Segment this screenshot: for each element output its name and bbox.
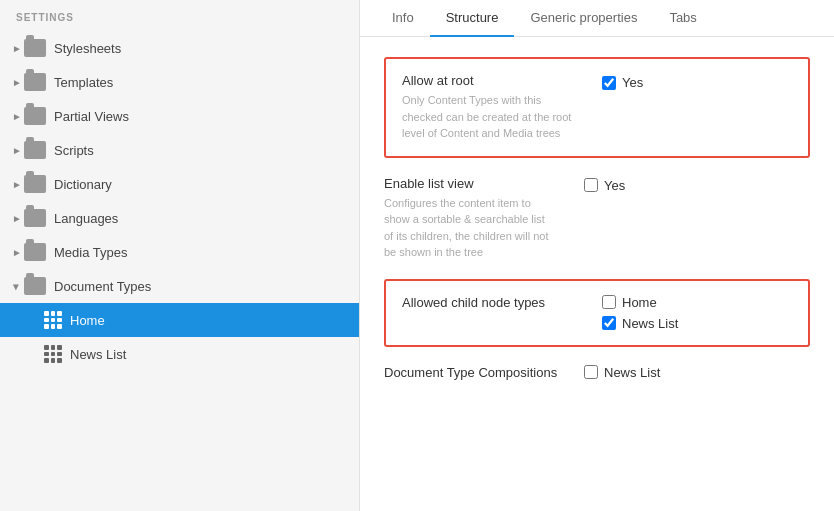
allowed-child-nodes-section: Allowed child node types Home News List	[384, 279, 810, 347]
child-news-list-checkbox[interactable]	[602, 316, 616, 330]
grid-icon	[44, 311, 62, 329]
folder-icon	[24, 73, 46, 91]
sidebar-item-label: Media Types	[54, 245, 127, 260]
composition-news-list-checkbox[interactable]	[584, 365, 598, 379]
doc-type-compositions-section: Document Type Compositions News List	[384, 365, 810, 384]
arrow-icon: ►	[12, 43, 20, 54]
sidebar-item-label: Dictionary	[54, 177, 112, 192]
folder-icon	[24, 243, 46, 261]
arrow-icon: ►	[12, 145, 20, 156]
tab-info[interactable]: Info	[376, 0, 430, 37]
enable-list-view-desc: Configures the content item to show a so…	[384, 195, 554, 261]
folder-icon	[24, 107, 46, 125]
sidebar-item-label: Scripts	[54, 143, 94, 158]
child-news-list-label: News List	[622, 316, 678, 331]
tab-structure[interactable]: Structure	[430, 0, 515, 37]
child-node-news-list: News List	[602, 316, 678, 331]
allowed-child-nodes-controls: Home News List	[602, 295, 678, 331]
sidebar-item-label: Document Types	[54, 279, 151, 294]
composition-news-list: News List	[584, 365, 660, 380]
structure-content: Allow at root Only Content Types with th…	[360, 37, 834, 511]
folder-icon	[24, 141, 46, 159]
folder-icon	[24, 277, 46, 295]
arrow-icon: ►	[12, 179, 20, 190]
allow-at-root-label-col: Allow at root Only Content Types with th…	[402, 73, 602, 142]
arrow-icon: ►	[12, 247, 20, 258]
main-panel: Info Structure Generic properties Tabs A…	[360, 0, 834, 511]
sidebar-item-media-types[interactable]: ► Media Types	[0, 235, 359, 269]
tab-generic-properties[interactable]: Generic properties	[514, 0, 653, 37]
sidebar-item-document-types[interactable]: ► Document Types	[0, 269, 359, 303]
settings-label: SETTINGS	[0, 0, 359, 31]
folder-icon	[24, 175, 46, 193]
sidebar-item-templates[interactable]: ► Templates	[0, 65, 359, 99]
sidebar: SETTINGS ► Stylesheets ► Templates ► Par…	[0, 0, 360, 511]
enable-list-view-label-col: Enable list view Configures the content …	[384, 176, 584, 261]
sidebar-item-label: Languages	[54, 211, 118, 226]
arrow-icon: ►	[11, 282, 22, 290]
allow-at-root-desc: Only Content Types with this checked can…	[402, 92, 572, 142]
allow-at-root-row: Allow at root Only Content Types with th…	[402, 73, 792, 142]
sidebar-item-languages[interactable]: ► Languages	[0, 201, 359, 235]
doc-type-compositions-label-col: Document Type Compositions	[384, 365, 584, 384]
enable-list-view-checkbox[interactable]	[584, 178, 598, 192]
sidebar-item-label: Partial Views	[54, 109, 129, 124]
folder-icon	[24, 209, 46, 227]
grid-icon	[44, 345, 62, 363]
sidebar-item-home[interactable]: Home	[0, 303, 359, 337]
arrow-icon: ►	[12, 77, 20, 88]
composition-news-list-label: News List	[604, 365, 660, 380]
arrow-icon: ►	[12, 213, 20, 224]
sidebar-item-news-list[interactable]: News List	[0, 337, 359, 371]
allowed-child-nodes-row: Allowed child node types Home News List	[402, 295, 792, 331]
enable-list-view-control: Yes	[584, 176, 625, 193]
child-home-label: Home	[622, 295, 657, 310]
sidebar-item-label: Stylesheets	[54, 41, 121, 56]
doc-type-compositions-row: Document Type Compositions News List	[384, 365, 810, 384]
enable-list-view-section: Enable list view Configures the content …	[384, 176, 810, 261]
allow-at-root-option-label: Yes	[622, 75, 643, 90]
sidebar-item-label: Templates	[54, 75, 113, 90]
sidebar-item-scripts[interactable]: ► Scripts	[0, 133, 359, 167]
child-home-checkbox[interactable]	[602, 295, 616, 309]
tab-tabs[interactable]: Tabs	[653, 0, 712, 37]
child-node-home: Home	[602, 295, 678, 310]
doc-type-compositions-label: Document Type Compositions	[384, 365, 584, 380]
tab-bar: Info Structure Generic properties Tabs	[360, 0, 834, 37]
allow-at-root-checkbox[interactable]	[602, 76, 616, 90]
allow-at-root-control: Yes	[602, 73, 643, 90]
sidebar-item-stylesheets[interactable]: ► Stylesheets	[0, 31, 359, 65]
doc-type-compositions-controls: News List	[584, 365, 660, 380]
allowed-child-nodes-label-col: Allowed child node types	[402, 295, 602, 314]
folder-icon	[24, 39, 46, 57]
enable-list-view-row: Enable list view Configures the content …	[384, 176, 810, 261]
arrow-icon: ►	[12, 111, 20, 122]
enable-list-view-option-label: Yes	[604, 178, 625, 193]
sidebar-item-dictionary[interactable]: ► Dictionary	[0, 167, 359, 201]
sidebar-item-label: News List	[70, 347, 126, 362]
allow-at-root-section: Allow at root Only Content Types with th…	[384, 57, 810, 158]
allow-at-root-label: Allow at root	[402, 73, 602, 88]
sidebar-item-label: Home	[70, 313, 105, 328]
sidebar-item-partial-views[interactable]: ► Partial Views	[0, 99, 359, 133]
enable-list-view-label: Enable list view	[384, 176, 584, 191]
allowed-child-nodes-label: Allowed child node types	[402, 295, 602, 310]
